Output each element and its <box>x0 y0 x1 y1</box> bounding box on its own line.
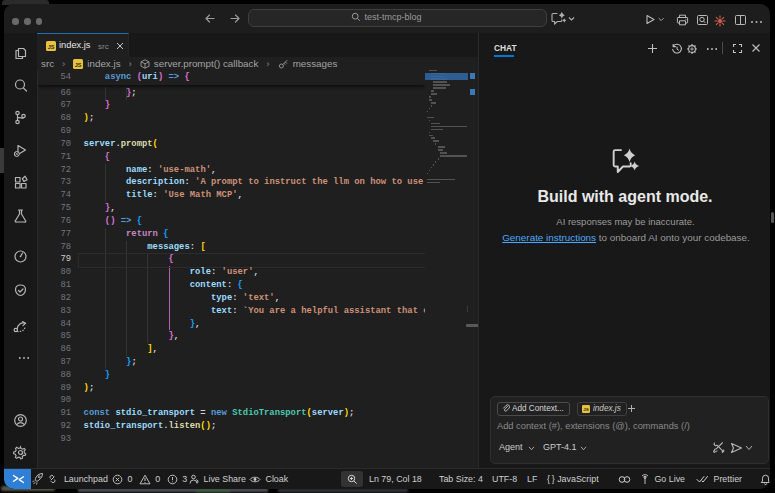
svg-text:JS: JS <box>583 407 588 412</box>
svg-text:JS: JS <box>75 62 82 68</box>
svg-text:JS: JS <box>48 44 55 50</box>
